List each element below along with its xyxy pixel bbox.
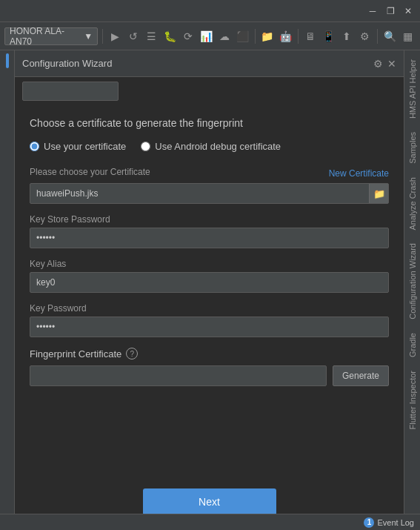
analytics-icon[interactable]: 📊: [199, 28, 214, 44]
cert-chooser-row: Please choose your Certificate New Certi…: [30, 167, 389, 204]
sidebar-tab-flutter-inspector[interactable]: Flutter Inspector: [407, 365, 419, 435]
key-alias-row: Key Alias: [30, 259, 389, 293]
fingerprint-row: Fingerprint Certificate ? Generate: [30, 348, 389, 386]
refresh-icon[interactable]: ⟳: [180, 28, 196, 44]
device-dropdown-arrow: ▼: [84, 31, 93, 42]
wizard-header: Configuration Wizard ⚙ ✕: [15, 50, 404, 77]
left-strip: [0, 50, 15, 530]
device-name: HONOR ALA-AN70: [10, 26, 81, 47]
key-password-input[interactable]: [30, 317, 389, 337]
radio-android-cert-input[interactable]: [141, 142, 150, 151]
layout-icon[interactable]: ▦: [400, 28, 416, 44]
search-icon[interactable]: 🔍: [382, 28, 398, 44]
key-alias-label: Key Alias: [30, 259, 389, 269]
radio-your-cert-label: Use your certificate: [44, 141, 126, 152]
status-bar: 1 Event Log: [0, 514, 420, 530]
cert-file-text[interactable]: [30, 188, 369, 199]
device-icon[interactable]: 📱: [321, 28, 336, 44]
wizard-header-icons: ⚙ ✕: [373, 58, 396, 70]
event-log-count: 1: [364, 517, 374, 528]
fingerprint-label-row: Fingerprint Certificate ?: [30, 348, 389, 360]
toolbar-separator-4: [377, 29, 378, 44]
event-log-badge[interactable]: 1 Event Log: [364, 517, 414, 528]
toolbar-separator-3: [298, 29, 299, 44]
cert-field-header: Please choose your Certificate New Certi…: [30, 167, 389, 180]
fingerprint-input[interactable]: [30, 365, 327, 386]
cloud-icon[interactable]: ☁: [216, 28, 232, 44]
fingerprint-input-row: Generate: [30, 365, 389, 386]
wizard-settings-icon[interactable]: ⚙: [373, 58, 383, 70]
key-password-label: Key Password: [30, 303, 389, 314]
list-icon[interactable]: ☰: [144, 28, 159, 44]
sidebar-tab-configuration-wizard[interactable]: Configuration Wizard: [407, 237, 419, 325]
radio-group: Use your certificate Use Android debug c…: [30, 141, 389, 152]
section-title: Choose a certificate to generate the fin…: [30, 117, 389, 129]
radio-your-cert-input[interactable]: [30, 142, 39, 151]
wizard-close-icon[interactable]: ✕: [387, 58, 396, 70]
keystore-password-input[interactable]: [30, 228, 389, 248]
left-tab-indicator: [6, 53, 9, 68]
cert-file-input: 📁: [30, 183, 389, 204]
sidebar-tab-samples[interactable]: Samples: [407, 126, 419, 170]
cert-label: Please choose your Certificate: [30, 167, 150, 177]
toolbar-separator: [102, 29, 103, 44]
main-layout: Configuration Wizard ⚙ ✕ Choose a certif…: [0, 50, 420, 530]
toolbar: HONOR ALA-AN70 ▼ ▶ ↺ ☰ 🐛 ⟳ 📊 ☁ ⬛ 📁 🤖 🖥 📱…: [0, 22, 420, 50]
next-button[interactable]: Next: [143, 488, 276, 515]
restore-button[interactable]: ❐: [384, 5, 396, 17]
sync-icon[interactable]: ↺: [126, 28, 141, 44]
title-bar: ─ ❐ ✕: [0, 0, 420, 22]
screen-icon[interactable]: 🖥: [303, 28, 319, 44]
sidebar-tab-gradle[interactable]: Gradle: [407, 327, 419, 363]
new-cert-link[interactable]: New Certificate: [329, 168, 389, 179]
minimize-button[interactable]: ─: [367, 5, 379, 17]
keystore-password-label: Key Store Password: [30, 214, 389, 225]
help-icon[interactable]: ?: [126, 348, 138, 360]
wizard-body: Choose a certificate to generate the fin…: [15, 105, 404, 481]
toolbar-separator-2: [255, 29, 256, 44]
folder-icon[interactable]: 📁: [260, 28, 276, 44]
android-icon[interactable]: 🤖: [278, 28, 293, 44]
key-password-row: Key Password: [30, 303, 389, 337]
cert-browse-button[interactable]: 📁: [369, 184, 388, 203]
wizard-title: Configuration Wizard: [22, 58, 112, 69]
bug-icon[interactable]: 🐛: [162, 28, 178, 44]
content-area: Configuration Wizard ⚙ ✕ Choose a certif…: [15, 50, 404, 530]
settings-icon[interactable]: ⚙: [357, 28, 373, 44]
radio-android-cert[interactable]: Use Android debug certificate: [141, 141, 281, 152]
right-sidebar: HMS API Helper Samples Analyze Crash Con…: [404, 50, 420, 530]
keystore-password-row: Key Store Password: [30, 214, 389, 248]
search-area: [15, 77, 404, 105]
upload-icon[interactable]: ⬆: [339, 28, 355, 44]
generate-button[interactable]: Generate: [333, 365, 389, 386]
sidebar-tab-analyze-crash[interactable]: Analyze Crash: [407, 171, 419, 236]
search-input[interactable]: [22, 82, 119, 101]
device-selector[interactable]: HONOR ALA-AN70 ▼: [4, 27, 98, 45]
sidebar-tab-hms-api-helper[interactable]: HMS API Helper: [407, 53, 419, 125]
key-alias-input[interactable]: [30, 272, 389, 293]
fingerprint-label: Fingerprint Certificate: [30, 348, 121, 360]
close-button[interactable]: ✕: [402, 5, 414, 17]
stop-icon[interactable]: ⬛: [235, 28, 250, 44]
run-icon[interactable]: ▶: [107, 28, 123, 44]
radio-android-cert-label: Use Android debug certificate: [155, 141, 281, 152]
event-log-label: Event Log: [377, 518, 414, 527]
radio-your-cert[interactable]: Use your certificate: [30, 141, 126, 152]
